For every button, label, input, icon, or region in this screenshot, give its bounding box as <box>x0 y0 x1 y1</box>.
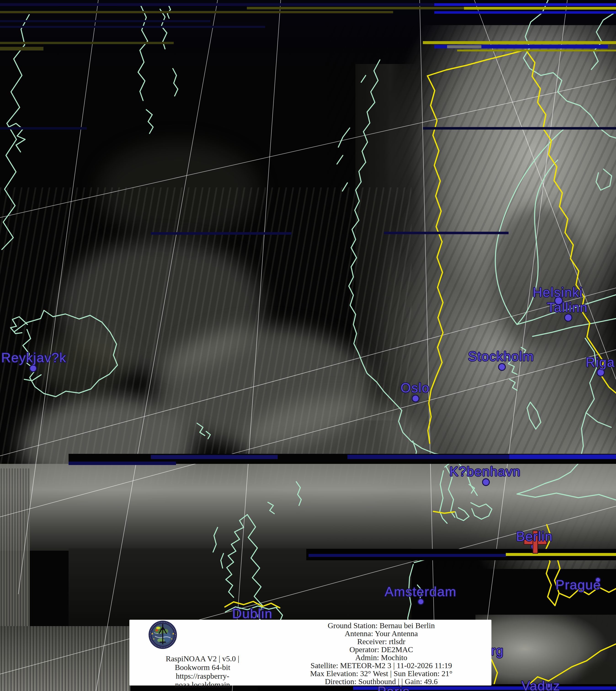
city-label-vaduz: Vaduz <box>521 678 560 691</box>
pass-details-text: Ground Station: Bernau bei BerlinAntenna… <box>271 622 491 686</box>
city-label-rg: rg <box>491 643 504 658</box>
info-line: Max Elevation: 32° West | Sun Elevation:… <box>271 670 491 677</box>
satellite-pass-image: Reykjav?kHelsinkiTallinnStockholmRigaOsl… <box>0 0 616 691</box>
station-version-text: RaspiNOAA V2 | v5.0 |Bookworm 64-bithttp… <box>129 654 276 689</box>
info-line: Operator: DE2MAC <box>271 646 491 653</box>
city-dot-oslo <box>412 395 419 402</box>
city-label-k-benhavn: K?benhavn <box>449 464 521 479</box>
raspinoaa-logo <box>148 620 177 649</box>
info-line: Ground Station: Bernau bei Berlin <box>271 622 491 629</box>
info-line: RaspiNOAA V2 | v5.0 | <box>129 654 276 663</box>
info-line: Satellite: METEOR-M2 3 | 11-02-2026 11:1… <box>271 662 491 670</box>
info-line: Antenna: Your Antenna <box>271 629 491 638</box>
city-dot-k-benhavn <box>482 478 490 486</box>
pass-info-box: RaspiNOAA V2 | v5.0 |Bookworm 64-bithttp… <box>129 620 491 686</box>
city-label-riga: Riga <box>586 354 615 370</box>
info-line: Bookworm 64-bit <box>129 663 276 672</box>
city-dot-reykjav-k <box>29 364 37 372</box>
city-label-prague: Prague <box>555 577 601 592</box>
city-label-helsinki: Helsinki <box>533 285 582 300</box>
info-line: Direction: Southbound | | Gain: 49.6 <box>271 677 491 686</box>
city-label-dublin: Dublin <box>232 606 272 621</box>
city-label-tallinn: Tallinn <box>547 299 588 315</box>
city-dot-stockholm <box>498 363 506 371</box>
info-line: https://raspberry- <box>129 672 276 681</box>
city-label-berlin: Berlin <box>516 529 553 544</box>
city-label-stockholm: Stockholm <box>468 349 534 364</box>
city-label-layer: Reykjav?kHelsinkiTallinnStockholmRigaOsl… <box>0 0 616 691</box>
info-line: Admin: Mochito <box>271 653 491 662</box>
city-dot-amsterdam <box>417 598 424 605</box>
info-line: Receiver: rtlsdr <box>271 638 491 646</box>
city-label-oslo: Oslo <box>400 380 430 395</box>
city-label-amsterdam: Amsterdam <box>385 584 457 599</box>
info-line: noaa.localdomain <box>129 681 276 689</box>
city-label-reykjav-k: Reykjav?k <box>1 350 67 365</box>
